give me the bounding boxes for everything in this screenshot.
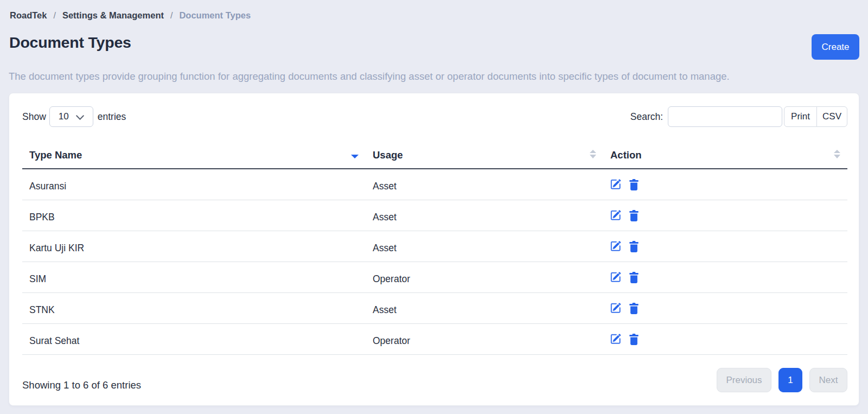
print-button[interactable]: Print xyxy=(784,106,817,127)
cell-action xyxy=(603,231,847,262)
create-button[interactable]: Create xyxy=(812,34,859,60)
search-label: Search: xyxy=(630,111,663,123)
entries-select-value: 10 xyxy=(59,111,69,122)
page-1-button[interactable]: 1 xyxy=(778,368,802,392)
breadcrumb: RoadTek / Settings & Management / Docume… xyxy=(9,9,859,21)
card: Show 10 entries Search: Print CSV xyxy=(9,93,859,406)
table-row: SIM Operator xyxy=(22,262,847,293)
trash-icon[interactable] xyxy=(629,334,639,345)
page-header: Document Types Create xyxy=(9,30,859,56)
trash-icon[interactable] xyxy=(629,210,639,221)
sort-desc-icon xyxy=(351,150,359,158)
breadcrumb-separator: / xyxy=(170,11,173,21)
breadcrumb-roadtek[interactable]: RoadTek xyxy=(10,10,47,21)
cell-action xyxy=(603,324,847,355)
column-label-usage: Usage xyxy=(373,149,403,161)
export-button-group: Print CSV xyxy=(784,106,847,127)
pagination: Previous 1 Next xyxy=(717,368,847,392)
trash-icon[interactable] xyxy=(629,303,639,314)
show-label: Show xyxy=(22,111,46,123)
table-row: Surat Sehat Operator xyxy=(22,324,847,355)
sort-both-icon xyxy=(834,150,840,158)
cell-type-name: BPKB xyxy=(22,200,366,231)
cell-action xyxy=(603,169,847,200)
column-label-type-name: Type Name xyxy=(29,149,82,161)
entries-select[interactable]: 10 xyxy=(49,106,93,127)
table-controls: Show 10 entries Search: Print CSV xyxy=(22,106,847,127)
cell-type-name: Kartu Uji KIR xyxy=(22,231,366,262)
trash-icon[interactable] xyxy=(629,272,639,283)
previous-page-button[interactable]: Previous xyxy=(717,368,771,392)
cell-usage: Asset xyxy=(366,200,603,231)
trash-icon[interactable] xyxy=(629,179,639,190)
csv-button[interactable]: CSV xyxy=(816,106,847,127)
breadcrumb-settings-management[interactable]: Settings & Management xyxy=(62,10,164,21)
table-header: Type Name Usage Action xyxy=(22,143,847,169)
trash-icon[interactable] xyxy=(629,241,639,252)
cell-usage: Asset xyxy=(366,231,603,262)
breadcrumb-document-types: Document Types xyxy=(179,10,251,21)
sort-both-icon xyxy=(590,150,596,158)
cell-usage: Operator xyxy=(366,262,603,293)
table-row: Kartu Uji KIR Asset xyxy=(22,231,847,262)
chevron-down-icon xyxy=(76,115,84,120)
edit-icon[interactable] xyxy=(610,303,621,314)
table-body: Asuransi Asset BPKB Asset xyxy=(22,169,847,355)
showing-info: Showing 1 to 6 of 6 entries xyxy=(22,379,141,391)
document-types-table: Type Name Usage Action xyxy=(22,143,847,355)
cell-action xyxy=(603,293,847,324)
column-header-type-name[interactable]: Type Name xyxy=(22,143,366,169)
edit-icon[interactable] xyxy=(610,210,621,221)
cell-action xyxy=(603,200,847,231)
table-footer: Showing 1 to 6 of 6 entries Previous 1 N… xyxy=(22,368,847,392)
column-label-action: Action xyxy=(610,149,642,161)
cell-type-name: STNK xyxy=(22,293,366,324)
cell-usage: Asset xyxy=(366,293,603,324)
column-header-action[interactable]: Action xyxy=(603,143,847,169)
edit-icon[interactable] xyxy=(610,179,621,190)
entries-length-control: Show 10 entries xyxy=(22,106,126,127)
cell-type-name: SIM xyxy=(22,262,366,293)
page: RoadTek / Settings & Management / Docume… xyxy=(0,0,868,406)
column-header-usage[interactable]: Usage xyxy=(366,143,603,169)
next-page-button[interactable]: Next xyxy=(809,368,847,392)
edit-icon[interactable] xyxy=(610,272,621,283)
edit-icon[interactable] xyxy=(610,334,621,345)
page-title: Document Types xyxy=(9,34,131,52)
edit-icon[interactable] xyxy=(610,241,621,252)
breadcrumb-separator: / xyxy=(53,11,55,21)
page-description: The document types provide grouping func… xyxy=(9,71,859,82)
search-and-export: Search: Print CSV xyxy=(630,106,847,127)
table-row: BPKB Asset xyxy=(22,200,847,231)
table-row: Asuransi Asset xyxy=(22,169,847,200)
cell-usage: Operator xyxy=(366,324,603,355)
cell-usage: Asset xyxy=(366,169,603,200)
table-row: STNK Asset xyxy=(22,293,847,324)
cell-action xyxy=(603,262,847,293)
cell-type-name: Surat Sehat xyxy=(22,324,366,355)
search-input[interactable] xyxy=(668,106,782,127)
entries-label: entries xyxy=(98,111,126,123)
cell-type-name: Asuransi xyxy=(22,169,366,200)
